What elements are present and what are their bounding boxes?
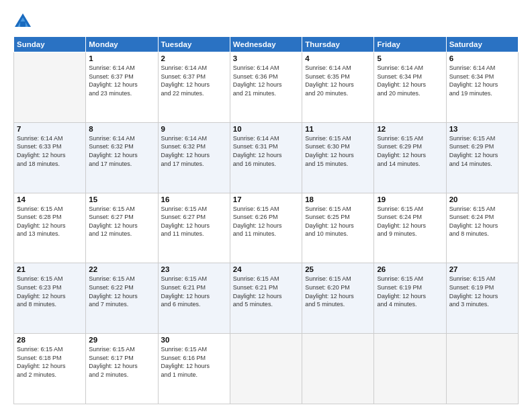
calendar-day-25: 25Sunrise: 6:15 AM Sunset: 6:20 PM Dayli… <box>302 263 374 334</box>
day-info: Sunrise: 6:15 AM Sunset: 6:19 PM Dayligh… <box>377 275 443 308</box>
day-info: Sunrise: 6:15 AM Sunset: 6:24 PM Dayligh… <box>377 205 443 238</box>
day-number: 5 <box>377 54 443 62</box>
day-number: 6 <box>449 54 515 62</box>
calendar-empty-cell <box>14 52 86 123</box>
day-info: Sunrise: 6:15 AM Sunset: 6:29 PM Dayligh… <box>449 134 515 168</box>
calendar-day-9: 9Sunrise: 6:14 AM Sunset: 6:32 PM Daylig… <box>158 122 230 193</box>
day-info: Sunrise: 6:14 AM Sunset: 6:34 PM Dayligh… <box>449 64 515 97</box>
day-info: Sunrise: 6:15 AM Sunset: 6:21 PM Dayligh… <box>233 275 299 308</box>
calendar-day-5: 5Sunrise: 6:14 AM Sunset: 6:34 PM Daylig… <box>374 52 446 123</box>
calendar-day-8: 8Sunrise: 6:14 AM Sunset: 6:32 PM Daylig… <box>86 122 158 193</box>
calendar-day-19: 19Sunrise: 6:15 AM Sunset: 6:24 PM Dayli… <box>374 193 446 263</box>
day-info: Sunrise: 6:14 AM Sunset: 6:33 PM Dayligh… <box>17 134 83 168</box>
day-info: Sunrise: 6:15 AM Sunset: 6:19 PM Dayligh… <box>449 275 515 308</box>
calendar-day-23: 23Sunrise: 6:15 AM Sunset: 6:21 PM Dayli… <box>158 263 230 334</box>
day-info: Sunrise: 6:15 AM Sunset: 6:27 PM Dayligh… <box>89 205 154 238</box>
calendar-day-30: 30Sunrise: 6:15 AM Sunset: 6:16 PM Dayli… <box>158 334 230 404</box>
calendar-day-11: 11Sunrise: 6:15 AM Sunset: 6:30 PM Dayli… <box>302 122 374 193</box>
day-number: 16 <box>161 195 227 203</box>
day-number: 20 <box>449 195 515 203</box>
day-info: Sunrise: 6:14 AM Sunset: 6:35 PM Dayligh… <box>305 64 371 97</box>
calendar-day-29: 29Sunrise: 6:15 AM Sunset: 6:17 PM Dayli… <box>86 334 158 404</box>
calendar-header-monday: Monday <box>86 37 158 52</box>
day-info: Sunrise: 6:14 AM Sunset: 6:36 PM Dayligh… <box>233 64 299 97</box>
calendar-day-16: 16Sunrise: 6:15 AM Sunset: 6:27 PM Dayli… <box>158 193 230 263</box>
day-number: 21 <box>17 265 83 273</box>
day-info: Sunrise: 6:15 AM Sunset: 6:29 PM Dayligh… <box>377 134 443 168</box>
calendar-day-2: 2Sunrise: 6:14 AM Sunset: 6:37 PM Daylig… <box>158 52 230 123</box>
calendar-header-row: SundayMondayTuesdayWednesdayThursdayFrid… <box>14 37 519 52</box>
day-info: Sunrise: 6:15 AM Sunset: 6:27 PM Dayligh… <box>161 205 227 238</box>
day-number: 18 <box>305 195 371 203</box>
calendar-day-10: 10Sunrise: 6:14 AM Sunset: 6:31 PM Dayli… <box>230 122 302 193</box>
day-info: Sunrise: 6:15 AM Sunset: 6:17 PM Dayligh… <box>89 345 154 379</box>
day-number: 27 <box>449 265 515 273</box>
calendar-day-24: 24Sunrise: 6:15 AM Sunset: 6:21 PM Dayli… <box>230 263 302 334</box>
day-info: Sunrise: 6:15 AM Sunset: 6:26 PM Dayligh… <box>233 205 299 238</box>
day-info: Sunrise: 6:14 AM Sunset: 6:32 PM Dayligh… <box>89 134 154 168</box>
calendar-day-15: 15Sunrise: 6:15 AM Sunset: 6:27 PM Dayli… <box>86 193 158 263</box>
calendar-week-row: 21Sunrise: 6:15 AM Sunset: 6:23 PM Dayli… <box>14 263 519 334</box>
calendar-day-12: 12Sunrise: 6:15 AM Sunset: 6:29 PM Dayli… <box>374 122 446 193</box>
day-info: Sunrise: 6:15 AM Sunset: 6:21 PM Dayligh… <box>161 275 227 308</box>
calendar-empty-cell <box>302 334 374 404</box>
svg-rect-2 <box>20 21 26 27</box>
calendar-day-6: 6Sunrise: 6:14 AM Sunset: 6:34 PM Daylig… <box>446 52 518 123</box>
header <box>13 12 519 31</box>
day-info: Sunrise: 6:14 AM Sunset: 6:34 PM Dayligh… <box>377 64 443 97</box>
day-info: Sunrise: 6:15 AM Sunset: 6:24 PM Dayligh… <box>449 205 515 238</box>
day-number: 14 <box>17 195 83 203</box>
calendar-week-row: 14Sunrise: 6:15 AM Sunset: 6:28 PM Dayli… <box>14 193 519 263</box>
calendar-day-27: 27Sunrise: 6:15 AM Sunset: 6:19 PM Dayli… <box>446 263 518 334</box>
calendar-day-21: 21Sunrise: 6:15 AM Sunset: 6:23 PM Dayli… <box>14 263 86 334</box>
logo-icon <box>13 12 32 31</box>
calendar-header-thursday: Thursday <box>302 37 374 52</box>
calendar-day-13: 13Sunrise: 6:15 AM Sunset: 6:29 PM Dayli… <box>446 122 518 193</box>
day-number: 3 <box>233 54 299 62</box>
calendar-header-sunday: Sunday <box>14 37 86 52</box>
day-number: 17 <box>233 195 299 203</box>
day-number: 30 <box>161 336 227 344</box>
calendar-day-28: 28Sunrise: 6:15 AM Sunset: 6:18 PM Dayli… <box>14 334 86 404</box>
calendar-header-wednesday: Wednesday <box>230 37 302 52</box>
calendar-header-tuesday: Tuesday <box>158 37 230 52</box>
day-number: 13 <box>449 125 515 133</box>
day-info: Sunrise: 6:14 AM Sunset: 6:31 PM Dayligh… <box>233 134 299 168</box>
calendar-day-22: 22Sunrise: 6:15 AM Sunset: 6:22 PM Dayli… <box>86 263 158 334</box>
day-info: Sunrise: 6:15 AM Sunset: 6:30 PM Dayligh… <box>305 134 371 168</box>
day-number: 12 <box>377 125 443 133</box>
day-number: 2 <box>161 54 227 62</box>
day-info: Sunrise: 6:14 AM Sunset: 6:37 PM Dayligh… <box>89 64 154 97</box>
day-info: Sunrise: 6:15 AM Sunset: 6:28 PM Dayligh… <box>17 205 83 238</box>
day-number: 23 <box>161 265 227 273</box>
day-number: 9 <box>161 125 227 133</box>
calendar-day-17: 17Sunrise: 6:15 AM Sunset: 6:26 PM Dayli… <box>230 193 302 263</box>
calendar-day-7: 7Sunrise: 6:14 AM Sunset: 6:33 PM Daylig… <box>14 122 86 193</box>
day-number: 1 <box>89 54 154 62</box>
calendar-empty-cell <box>374 334 446 404</box>
calendar-day-14: 14Sunrise: 6:15 AM Sunset: 6:28 PM Dayli… <box>14 193 86 263</box>
day-number: 15 <box>89 195 154 203</box>
calendar-day-1: 1Sunrise: 6:14 AM Sunset: 6:37 PM Daylig… <box>86 52 158 123</box>
day-number: 19 <box>377 195 443 203</box>
calendar-empty-cell <box>230 334 302 404</box>
day-number: 26 <box>377 265 443 273</box>
calendar-table: SundayMondayTuesdayWednesdayThursdayFrid… <box>13 36 519 404</box>
day-number: 7 <box>17 125 83 133</box>
day-number: 11 <box>305 125 371 133</box>
day-info: Sunrise: 6:14 AM Sunset: 6:32 PM Dayligh… <box>161 134 227 168</box>
day-number: 4 <box>305 54 371 62</box>
day-number: 8 <box>89 125 154 133</box>
calendar-empty-cell <box>446 334 518 404</box>
calendar-day-4: 4Sunrise: 6:14 AM Sunset: 6:35 PM Daylig… <box>302 52 374 123</box>
day-number: 25 <box>305 265 371 273</box>
day-number: 24 <box>233 265 299 273</box>
calendar-header-saturday: Saturday <box>446 37 518 52</box>
page: SundayMondayTuesdayWednesdayThursdayFrid… <box>0 0 532 411</box>
day-info: Sunrise: 6:15 AM Sunset: 6:16 PM Dayligh… <box>161 345 227 379</box>
logo <box>13 12 35 31</box>
calendar-day-18: 18Sunrise: 6:15 AM Sunset: 6:25 PM Dayli… <box>302 193 374 263</box>
day-info: Sunrise: 6:15 AM Sunset: 6:20 PM Dayligh… <box>305 275 371 308</box>
calendar-week-row: 7Sunrise: 6:14 AM Sunset: 6:33 PM Daylig… <box>14 122 519 193</box>
day-info: Sunrise: 6:15 AM Sunset: 6:18 PM Dayligh… <box>17 345 83 379</box>
